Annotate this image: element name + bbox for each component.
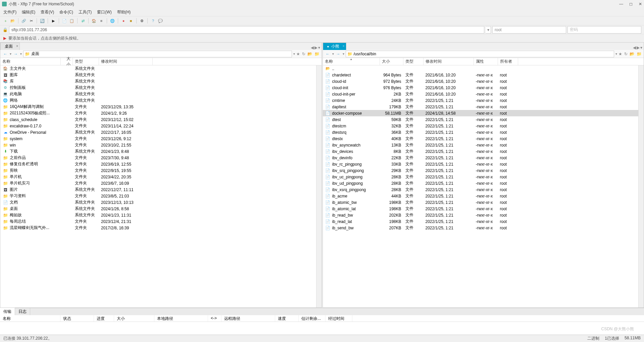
local-tab[interactable]: 桌面 × [0, 43, 20, 50]
col-size[interactable]: 大小 [61, 58, 73, 65]
star-icon[interactable]: ★ [618, 52, 622, 56]
stop-icon[interactable]: ■ [128, 18, 134, 23]
close-icon[interactable]: × [343, 44, 345, 48]
remote-file-list[interactable]: ..chardetect964 Bytes文件2021/6/16, 10:20-… [323, 65, 644, 307]
refresh-icon[interactable]: ↻ [624, 52, 628, 56]
list-item[interactable]: OneDrive - Personal系统文件夹2022/2/17, 16:05 [0, 129, 321, 135]
remote-tab[interactable]: ● 小熊 × [323, 43, 346, 50]
list-item[interactable]: 主文件夹系统文件夹 [0, 65, 321, 72]
new-file-icon[interactable]: 📄 [62, 18, 67, 23]
refresh-icon[interactable]: 🔄 [40, 18, 45, 23]
list-item[interactable]: 剪映文件夹2022/9/15, 19:55 [0, 167, 321, 174]
list-item[interactable]: 单片机文件夹2023/4/22, 20:35 [0, 174, 321, 180]
new-folder-icon[interactable]: 📁 [314, 52, 319, 56]
list-item[interactable]: 单片机实习文件夹2023/6/7, 16:09 [0, 180, 321, 186]
list-item[interactable]: ibv_devinfo22KB文件2022/1/25, 1:21-rwxr-xr… [323, 155, 644, 161]
forward-icon[interactable]: → [335, 52, 341, 56]
list-item[interactable]: ib_atomic_lat198KB文件2022/1/25, 1:21-rwxr… [323, 206, 644, 212]
transfer-tab[interactable]: 传输 [0, 308, 15, 316]
up-folder-icon[interactable]: 📂 [307, 52, 312, 56]
col-name[interactable]: ▴名称 [323, 58, 380, 65]
minimize-button[interactable]: — [619, 2, 623, 6]
list-item[interactable]: ib_atomic_bw198KB文件2022/1/25, 1:21-rwxr-… [323, 199, 644, 206]
transfer-col[interactable]: 远程路径 [221, 315, 275, 322]
tab-menu-icon[interactable]: ▾ [640, 45, 642, 50]
list-item[interactable]: 此电脑系统文件夹 [0, 91, 321, 97]
list-item[interactable]: 控制面板系统文件夹 [0, 84, 321, 91]
col-attributes[interactable]: 属性 [474, 58, 498, 65]
transfer-col[interactable]: <-> [208, 315, 221, 322]
list-item[interactable]: dtest59KB文件2022/1/25, 1:21-rwxr-xr-xroot [323, 116, 644, 123]
col-size[interactable]: 大小 [380, 58, 403, 65]
list-item[interactable]: ib_send_bw207KB文件2022/1/25, 1:21-rwxr-xr… [323, 225, 644, 231]
list-item[interactable]: ibv_asyncwatch13KB文件2022/1/25, 1:21-rwxr… [323, 142, 644, 148]
list-item[interactable]: 文档系统文件夹2023/12/13, 10:13 [0, 199, 321, 206]
scrollbar[interactable] [638, 65, 644, 307]
close-button[interactable]: ✕ [639, 2, 642, 6]
prev-tab-icon[interactable]: ◀ [633, 45, 636, 50]
list-item[interactable]: ib_read_bw202KB文件2022/1/25, 1:21-rwxr-xr… [323, 212, 644, 218]
list-item[interactable]: dtestsrq36KB文件2022/1/25, 1:21-rwxr-xr-xr… [323, 129, 644, 135]
list-item[interactable]: cloud-init-per2KB文件2021/6/16, 10:20-rwxr… [323, 91, 644, 97]
list-item[interactable]: class_schedule文件夹2023/12/12, 15:02 [0, 116, 321, 123]
back-icon[interactable]: ← [325, 52, 331, 56]
menu-item[interactable]: 工具(T) [79, 9, 92, 15]
address-input[interactable]: sftp://39.101.77.206 [9, 26, 484, 34]
list-item[interactable]: ibv_srq_pingpong29KB文件2022/1/25, 1:21-rw… [323, 167, 644, 174]
col-modified[interactable]: 修改时间 [424, 58, 474, 65]
list-item[interactable]: 下载系统文件夹2024/1/23, 8:48 [0, 148, 321, 155]
up-folder-icon[interactable]: 📂 [630, 52, 635, 56]
list-item[interactable]: dtestx40KB文件2022/1/25, 1:21-rwxr-xr-xroo… [323, 135, 644, 142]
list-item[interactable]: ib_read_lat198KB文件2022/1/25, 1:21-rwxr-x… [323, 218, 644, 225]
menu-item[interactable]: 帮助(H) [117, 9, 131, 15]
user-input[interactable]: root [492, 26, 566, 34]
address-dropdown-icon[interactable]: ▾ [486, 26, 491, 34]
remote-path-input[interactable]: 📁 /usr/local/bin [346, 51, 614, 57]
prev-tab-icon[interactable]: ◀ [311, 45, 314, 50]
list-item[interactable]: ibv_rc_pingpong33KB文件2022/1/25, 1:21-rwx… [323, 161, 644, 167]
menu-item[interactable]: 命令(C) [59, 9, 73, 15]
new-folder-icon[interactable]: 📁 [637, 52, 642, 56]
list-item[interactable]: 16QAM解调与调制文件夹2023/12/29, 13:35 [0, 104, 321, 110]
list-item[interactable]: ibv_ud_pingpong28KB文件2022/1/25, 1:21-rwx… [323, 180, 644, 186]
disconnect-icon[interactable]: ✂ [29, 18, 34, 23]
sync-icon[interactable]: ⇄ [80, 18, 86, 23]
list-item[interactable]: 桌面系统文件夹2024/1/26, 8:58 [0, 206, 321, 212]
col-type[interactable]: 类型 [73, 58, 99, 65]
transfer-col[interactable]: 大小 [114, 315, 154, 322]
list-item[interactable]: 之前作品文件夹2023/7/30, 9:48 [0, 155, 321, 161]
forward-icon[interactable]: → [13, 52, 19, 56]
list-item[interactable]: 网络系统文件夹 [0, 97, 321, 104]
record-icon[interactable]: ● [121, 18, 126, 23]
list-item[interactable]: 20211524305杨成熙...文件夹2024/1/2, 9:26 [0, 110, 321, 116]
col-name[interactable]: 名称 [0, 58, 61, 65]
list-item[interactable]: cloud-init976 Bytes文件2021/6/16, 10:20-rw… [323, 84, 644, 91]
close-icon[interactable]: × [16, 44, 18, 48]
list-item[interactable]: 图库系统文件夹 [0, 72, 321, 78]
next-tab-icon[interactable]: ▶ [314, 45, 317, 50]
scrollbar[interactable] [316, 65, 321, 307]
globe-icon[interactable]: 🌐 [110, 18, 115, 23]
list-item[interactable]: system文件夹2023/12/26, 9:12 [0, 135, 321, 142]
password-input[interactable]: 密码 [567, 26, 641, 34]
list-icon[interactable]: ≡ [99, 18, 104, 23]
new-session-icon[interactable]: ＋ [3, 18, 8, 23]
menu-item[interactable]: 查看(V) [41, 9, 54, 15]
refresh-icon[interactable]: ↻ [302, 52, 305, 56]
transfer-col[interactable]: 估计剩余... [299, 315, 326, 322]
list-item[interactable]: 梅如故系统文件夹2024/1/23, 11:31 [0, 212, 321, 218]
path-dropdown-icon[interactable]: ▾ [293, 52, 295, 56]
chat-icon[interactable]: 💬 [158, 18, 163, 23]
list-item[interactable]: docker-compose58.11MB文件2024/1/28, 14:58-… [323, 110, 644, 116]
menu-item[interactable]: 编辑(E) [22, 9, 35, 15]
local-file-list[interactable]: 主文件夹系统文件夹图库系统文件夹库系统文件夹控制面板系统文件夹此电脑系统文件夹网… [0, 65, 321, 307]
back-icon[interactable]: ← [2, 52, 8, 56]
col-type[interactable]: 类型 [403, 58, 424, 65]
open-icon[interactable]: 📂 [10, 18, 15, 23]
list-item[interactable]: ibv_xsrq_pingpong28KB文件2022/1/25, 1:21-r… [323, 186, 644, 193]
star-icon[interactable]: ★ [296, 52, 300, 56]
maximize-button[interactable]: ◻ [629, 2, 633, 6]
transfer-col[interactable]: 速度 [275, 315, 299, 322]
log-tab[interactable]: 日志 [15, 308, 30, 316]
transfer-col[interactable]: 进度 [94, 315, 114, 322]
